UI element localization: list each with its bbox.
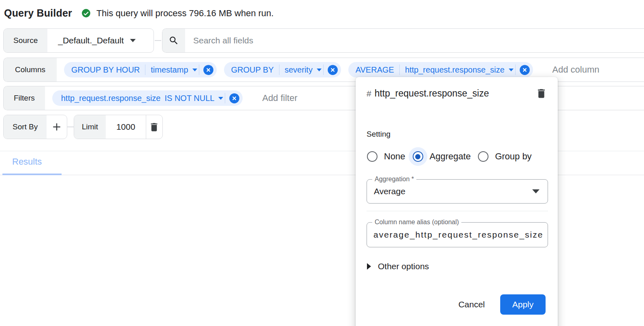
- chip-field-dropdown[interactable]: http_request.response_size: [400, 65, 515, 75]
- popup-title: #http_request.response_size: [367, 85, 508, 102]
- remove-chip-icon[interactable]: [203, 64, 214, 75]
- connector-line: [155, 40, 161, 41]
- filter-condition: IS NOT NULL: [164, 94, 214, 103]
- cancel-button[interactable]: Cancel: [455, 296, 488, 313]
- source-label: Source: [4, 29, 47, 52]
- radio-aggregate[interactable]: Aggregate: [409, 147, 474, 166]
- source-dropdown-value: _Default._Default: [58, 36, 124, 45]
- page-title: Query Builder: [4, 7, 72, 19]
- remove-chip-icon[interactable]: [327, 64, 338, 75]
- chip-separator: [515, 64, 516, 75]
- plus-icon: [51, 121, 63, 133]
- filters-chip-list: http_request.response_size IS NOT NULL A…: [45, 90, 298, 106]
- search-input[interactable]: [185, 29, 644, 52]
- popup-actions: Cancel Apply: [455, 294, 546, 315]
- trash-icon: [535, 88, 547, 99]
- chip-separator: [199, 64, 199, 75]
- sort-by-label: Sort By: [4, 115, 47, 139]
- column-settings-popup: #http_request.response_size Setting None…: [356, 77, 558, 326]
- connector-line: [67, 127, 74, 127]
- add-filter-input[interactable]: Add filter: [262, 93, 297, 103]
- tab-active-underline: [2, 174, 62, 175]
- radio-label: None: [384, 151, 405, 162]
- numeric-field-icon: #: [367, 89, 371, 98]
- chip-field-name: severity: [285, 65, 313, 75]
- success-check-icon: [81, 8, 91, 18]
- columns-label: Columns: [4, 58, 57, 82]
- search-icon: [168, 35, 179, 46]
- alias-field-label: Column name alias (optional): [372, 219, 461, 226]
- radio-group-by[interactable]: Group by: [474, 147, 535, 166]
- radio-circle: [474, 147, 493, 166]
- trash-icon: [149, 122, 160, 133]
- column-chip: GROUP BY severity: [224, 62, 341, 77]
- chip-field-dropdown[interactable]: severity: [279, 65, 323, 75]
- limit-group: Limit 1000: [74, 115, 163, 139]
- chip-field-dropdown[interactable]: timestamp: [145, 65, 198, 75]
- tab-results[interactable]: Results: [12, 157, 42, 167]
- other-options-label: Other options: [378, 262, 429, 271]
- chevron-down-icon: [192, 69, 197, 71]
- chip-field-name: timestamp: [151, 65, 188, 75]
- chip-operator: GROUP BY: [231, 65, 279, 75]
- chip-operator: GROUP BY HOUR: [71, 65, 145, 75]
- query-builder-header: Query Builder This query will process 79…: [4, 7, 274, 19]
- add-sort-button[interactable]: [47, 115, 67, 139]
- aggregation-select-value: Average: [367, 187, 532, 196]
- add-column-input[interactable]: Add column: [552, 64, 599, 75]
- column-chip: AVERAGE http_request.response_size: [348, 62, 533, 77]
- chip-operator: AVERAGE: [356, 65, 399, 75]
- aggregation-select[interactable]: Aggregation * Average: [367, 179, 548, 204]
- columns-chip-list: GROUP BY HOUR timestamp GROUP BY severit…: [57, 62, 599, 77]
- popup-divider: [367, 211, 548, 211]
- setting-radio-group: None Aggregate Group by: [363, 145, 535, 168]
- radio-none[interactable]: None: [363, 147, 409, 166]
- search-group: [162, 28, 644, 53]
- source-dropdown[interactable]: _Default._Default: [47, 29, 146, 52]
- sort-by-group: Sort By: [3, 115, 67, 139]
- chevron-down-icon: [317, 69, 322, 71]
- filters-label: Filters: [4, 86, 45, 110]
- aggregation-select-label: Aggregation *: [372, 176, 416, 183]
- radio-label: Group by: [495, 151, 532, 162]
- delete-column-button[interactable]: [535, 88, 547, 101]
- chevron-down-icon: [509, 69, 514, 71]
- chevron-down-icon: [532, 189, 540, 193]
- setting-heading: Setting: [367, 130, 390, 139]
- source-group: Source _Default._Default: [3, 28, 154, 53]
- limit-label: Limit: [74, 115, 106, 139]
- filter-field-name: http_request.response_size: [61, 94, 161, 103]
- chevron-down-icon: [130, 39, 136, 42]
- query-process-status: This query will process 796.16 MB when r…: [96, 8, 274, 19]
- delete-limit-button[interactable]: [146, 115, 162, 139]
- search-icon-box: [162, 29, 185, 52]
- remove-chip-icon[interactable]: [229, 93, 240, 104]
- other-options-expander[interactable]: Other options: [367, 262, 429, 271]
- chip-separator: [323, 64, 324, 75]
- radio-circle: [363, 147, 382, 166]
- expander-arrow-icon: [367, 263, 371, 270]
- alias-field: Column name alias (optional): [367, 222, 548, 247]
- chip-separator: [225, 93, 225, 103]
- limit-value-input[interactable]: 1000: [106, 115, 146, 139]
- chevron-down-icon: [218, 97, 223, 100]
- filter-chip-dropdown[interactable]: http_request.response_size IS NOT NULL: [60, 94, 225, 103]
- remove-chip-icon[interactable]: [519, 64, 530, 75]
- radio-circle: [409, 147, 427, 166]
- chip-field-name: http_request.response_size: [405, 65, 505, 75]
- column-chip: GROUP BY HOUR timestamp: [64, 62, 217, 77]
- apply-button[interactable]: Apply: [500, 294, 546, 315]
- popup-field-name: http_request.response_size: [375, 88, 489, 99]
- filter-chip: http_request.response_size IS NOT NULL: [52, 90, 243, 106]
- alias-input[interactable]: [373, 230, 548, 240]
- radio-label: Aggregate: [430, 151, 471, 162]
